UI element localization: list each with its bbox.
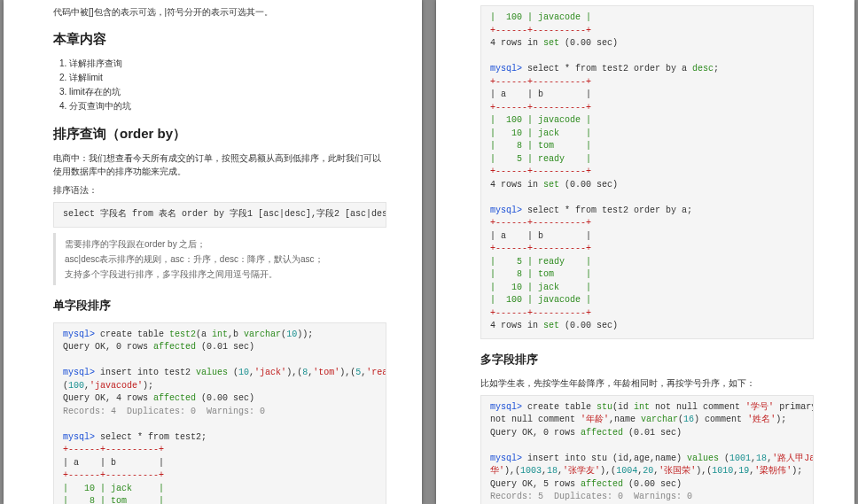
str: 'javacode' (90, 381, 143, 391)
t: (0.00 sec) (196, 393, 254, 403)
note-line: 支持多个字段进行排序，多字段排序之间用逗号隔开。 (65, 267, 378, 282)
kw: affected (581, 479, 623, 489)
prompt: mysql> (63, 330, 95, 339)
orderby-description: 电商中：我们想查看今天所有成交的订单，按照交易额从高到低排序，此时我们可以使用数… (53, 151, 386, 178)
type: varchar (641, 415, 678, 424)
str: 'tom' (313, 368, 339, 377)
str: '张国荣' (659, 466, 696, 476)
heading-multi-field-sort: 多字段排序 (480, 352, 814, 368)
t: ),( (504, 466, 520, 476)
single-sort-sql-continued: | 100 | javacode | +------+----------+ 4… (480, 5, 814, 339)
note-line: asc|desc表示排序的规则，asc：升序，desc：降序，默认为asc； (65, 252, 378, 267)
str: '梁朝伟' (754, 466, 792, 476)
t: 4 rows in (490, 321, 543, 330)
t: (a (196, 330, 212, 339)
t: ; (714, 64, 719, 74)
sep: +------+----------+ (490, 77, 591, 87)
toc-item: 详解limit (69, 71, 386, 85)
t: 4 rows in (490, 180, 543, 190)
num: 1001 (729, 454, 751, 463)
t: ),( (339, 368, 355, 377)
kw: affected (581, 428, 623, 438)
t: 4 rows in (490, 38, 543, 48)
kw: values (196, 368, 228, 377)
t: Query OK, 5 rows (490, 479, 581, 489)
code-text: select 字段名 from 表名 order by 字段1 [asc|des… (63, 209, 386, 219)
num: 100 (68, 381, 84, 391)
t: primary key,age (774, 402, 814, 412)
t: Records: 4 Duplicates: 0 Warnings: 0 (63, 407, 265, 416)
tbl: test2 (169, 330, 196, 339)
type: int (634, 402, 650, 412)
prompt: mysql> (490, 205, 522, 215)
sep: +------+----------+ (490, 167, 591, 176)
t: (0.01 sec) (623, 428, 682, 438)
num: 1010 (712, 466, 733, 476)
str: '路人甲Java' (772, 454, 814, 463)
t: ),( (600, 466, 616, 476)
t: insert into stu (id,age,name) (522, 454, 687, 463)
t: ,b (228, 330, 244, 339)
str: '张学友' (563, 466, 600, 476)
t: create table (522, 402, 597, 412)
kw: affected (153, 342, 196, 352)
prompt: mysql> (63, 368, 95, 377)
heading-chapter-contents: 本章内容 (53, 31, 386, 48)
t: Query OK, 4 rows (63, 393, 153, 403)
t: (0.01 sec) (196, 342, 254, 352)
row: | 8 | tom | (490, 141, 591, 151)
t: Query OK, 0 rows (490, 428, 581, 438)
t: Records: 5 Duplicates: 0 Warnings: 0 (490, 492, 692, 501)
num: 18 (756, 454, 767, 463)
num: 19 (738, 466, 749, 476)
kw: desc (692, 64, 714, 74)
multi-sort-sql-block: mysql> create table stu(id int not null … (480, 395, 814, 505)
note-line: 需要排序的字段跟在order by 之后； (65, 236, 378, 252)
str: '学号' (745, 402, 774, 412)
intro-line: 代码中被[]包含的表示可选，|符号分开的表示可选其一。 (53, 5, 386, 19)
str: 'jack' (254, 368, 286, 377)
t: (0.00 sec) (559, 180, 618, 190)
t: ); (776, 415, 786, 424)
heading-order-by: 排序查询（order by） (53, 126, 386, 143)
t: select * from test2 order by a (522, 64, 692, 74)
t: )); (297, 330, 313, 339)
toc-item: limit存在的坑 (69, 85, 386, 99)
row: | 5 | ready | (490, 257, 591, 267)
num: 1003 (520, 466, 542, 476)
orderby-notes: 需要排序的字段跟在order by 之后； asc|desc表示排序的规则，as… (53, 233, 386, 285)
t: ),( (286, 368, 302, 377)
t: ) comment (694, 415, 747, 424)
row: | 100 | javacode | (490, 12, 591, 22)
kw: set (543, 321, 559, 330)
single-sort-sql-block: mysql> create table test2(a int,b varcha… (53, 322, 386, 505)
sep: +------+----------+ (490, 103, 591, 112)
t: (0.00 sec) (559, 321, 618, 330)
hdr: | a | b | (63, 458, 164, 468)
tbl: stu (597, 402, 612, 412)
str: 华' (490, 466, 504, 476)
row: | 100 | javacode | (490, 115, 591, 125)
prompt: mysql> (490, 402, 522, 412)
document-spread: 代码中被[]包含的表示可选，|符号分开的表示可选其一。 本章内容 详解排序查询 … (0, 0, 858, 504)
t: create table (95, 330, 169, 339)
sep: +------+----------+ (490, 244, 591, 253)
t: Query OK, 0 rows (63, 342, 153, 352)
row: | 100 | javacode | (490, 295, 591, 305)
kw: set (543, 180, 559, 190)
kw: affected (153, 393, 196, 403)
prompt: mysql> (63, 432, 95, 442)
kw: values (687, 454, 719, 463)
t: ( (228, 368, 238, 377)
str: '年龄' (581, 415, 609, 424)
sep: +------+----------+ (63, 445, 164, 454)
sep: +------+----------+ (490, 26, 591, 35)
t: insert into test2 (95, 368, 196, 377)
prompt: mysql> (490, 454, 522, 463)
t: select * from test2; (95, 432, 207, 442)
num: 1004 (616, 466, 637, 476)
page-left: 代码中被[]包含的表示可选，|符号分开的表示可选其一。 本章内容 详解排序查询 … (4, 0, 422, 504)
syntax-label: 排序语法： (53, 183, 386, 197)
num: 10 (286, 330, 297, 339)
row: | 8 | tom | (490, 269, 591, 279)
